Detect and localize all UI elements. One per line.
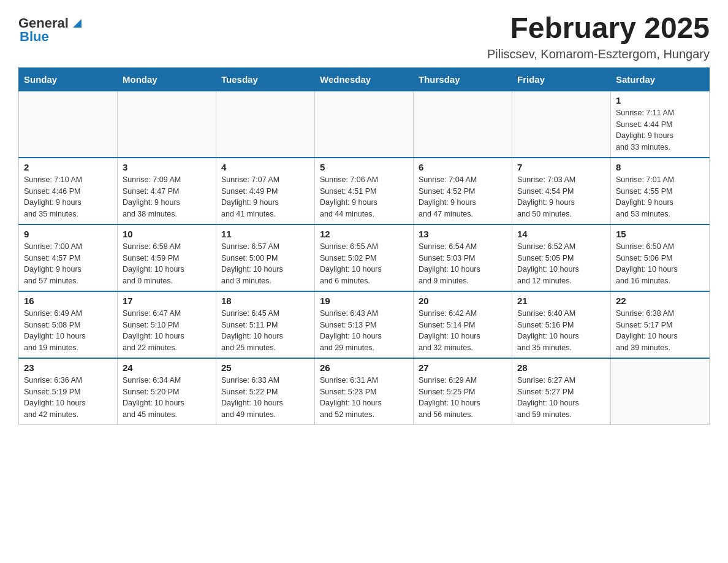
calendar-day-cell: 21Sunrise: 6:40 AM Sunset: 5:16 PM Dayli… [512, 291, 611, 358]
calendar-day-cell: 13Sunrise: 6:54 AM Sunset: 5:03 PM Dayli… [414, 224, 512, 291]
svg-marker-0 [73, 19, 82, 28]
day-info: Sunrise: 6:31 AM Sunset: 5:23 PM Dayligh… [320, 375, 408, 421]
day-info: Sunrise: 6:33 AM Sunset: 5:22 PM Dayligh… [221, 375, 309, 421]
day-number: 15 [616, 229, 704, 239]
day-number: 27 [419, 362, 507, 373]
day-info: Sunrise: 6:57 AM Sunset: 5:00 PM Dayligh… [221, 241, 309, 287]
day-number: 9 [24, 229, 112, 239]
day-number: 18 [221, 296, 309, 306]
day-info: Sunrise: 7:01 AM Sunset: 4:55 PM Dayligh… [616, 174, 704, 220]
day-number: 11 [221, 229, 309, 239]
calendar-day-cell [315, 91, 414, 158]
day-number: 1 [616, 95, 704, 105]
calendar-day-cell: 11Sunrise: 6:57 AM Sunset: 5:00 PM Dayli… [216, 224, 315, 291]
calendar-day-cell: 20Sunrise: 6:42 AM Sunset: 5:14 PM Dayli… [414, 291, 512, 358]
day-number: 20 [419, 296, 507, 306]
calendar-day-cell [19, 91, 118, 158]
day-info: Sunrise: 7:11 AM Sunset: 4:44 PM Dayligh… [616, 107, 704, 153]
day-info: Sunrise: 7:04 AM Sunset: 4:52 PM Dayligh… [419, 174, 507, 220]
day-info: Sunrise: 7:03 AM Sunset: 4:54 PM Dayligh… [517, 174, 605, 220]
day-number: 4 [221, 162, 309, 172]
calendar-day-cell: 19Sunrise: 6:43 AM Sunset: 5:13 PM Dayli… [315, 291, 414, 358]
weekday-header-row: SundayMondayTuesdayWednesdayThursdayFrid… [19, 67, 710, 91]
calendar-day-cell: 26Sunrise: 6:31 AM Sunset: 5:23 PM Dayli… [315, 358, 414, 425]
calendar-day-cell: 28Sunrise: 6:27 AM Sunset: 5:27 PM Dayli… [512, 358, 611, 425]
day-info: Sunrise: 7:06 AM Sunset: 4:51 PM Dayligh… [320, 174, 408, 220]
day-info: Sunrise: 6:34 AM Sunset: 5:20 PM Dayligh… [123, 375, 211, 421]
day-info: Sunrise: 6:52 AM Sunset: 5:05 PM Dayligh… [517, 241, 605, 287]
weekday-header-friday: Friday [512, 67, 611, 91]
day-info: Sunrise: 6:29 AM Sunset: 5:25 PM Dayligh… [419, 375, 507, 421]
calendar-day-cell: 12Sunrise: 6:55 AM Sunset: 5:02 PM Dayli… [315, 224, 414, 291]
day-number: 16 [24, 296, 112, 306]
day-number: 10 [123, 229, 211, 239]
day-info: Sunrise: 6:49 AM Sunset: 5:08 PM Dayligh… [24, 308, 112, 354]
calendar-day-cell: 24Sunrise: 6:34 AM Sunset: 5:20 PM Dayli… [118, 358, 216, 425]
logo-block: General Blue [18, 15, 84, 45]
day-info: Sunrise: 6:54 AM Sunset: 5:03 PM Dayligh… [419, 241, 507, 287]
calendar-day-cell: 15Sunrise: 6:50 AM Sunset: 5:06 PM Dayli… [611, 224, 710, 291]
day-number: 2 [24, 162, 112, 172]
calendar-day-cell [118, 91, 216, 158]
calendar-day-cell: 7Sunrise: 7:03 AM Sunset: 4:54 PM Daylig… [512, 158, 611, 224]
day-number: 26 [320, 362, 408, 373]
day-number: 22 [616, 296, 704, 306]
day-info: Sunrise: 6:50 AM Sunset: 5:06 PM Dayligh… [616, 241, 704, 287]
calendar-day-cell: 23Sunrise: 6:36 AM Sunset: 5:19 PM Dayli… [19, 358, 118, 425]
day-number: 12 [320, 229, 408, 239]
calendar-subtitle: Piliscsev, Komarom-Esztergom, Hungary [487, 47, 710, 61]
day-info: Sunrise: 7:07 AM Sunset: 4:49 PM Dayligh… [221, 174, 309, 220]
calendar-day-cell: 2Sunrise: 7:10 AM Sunset: 4:46 PM Daylig… [19, 158, 118, 224]
weekday-header-wednesday: Wednesday [315, 67, 414, 91]
day-info: Sunrise: 6:47 AM Sunset: 5:10 PM Dayligh… [123, 308, 211, 354]
calendar-table: SundayMondayTuesdayWednesdayThursdayFrid… [18, 67, 710, 425]
day-number: 6 [419, 162, 507, 172]
logo-blue-text: Blue [20, 29, 49, 45]
day-info: Sunrise: 6:40 AM Sunset: 5:16 PM Dayligh… [517, 308, 605, 354]
calendar-day-cell: 10Sunrise: 6:58 AM Sunset: 4:59 PM Dayli… [118, 224, 216, 291]
calendar-day-cell [512, 91, 611, 158]
day-info: Sunrise: 6:55 AM Sunset: 5:02 PM Dayligh… [320, 241, 408, 287]
calendar-week-row: 1Sunrise: 7:11 AM Sunset: 4:44 PM Daylig… [19, 91, 710, 158]
calendar-day-cell [414, 91, 512, 158]
calendar-day-cell [611, 358, 710, 425]
day-number: 28 [517, 362, 605, 373]
calendar-day-cell: 16Sunrise: 6:49 AM Sunset: 5:08 PM Dayli… [19, 291, 118, 358]
day-info: Sunrise: 6:38 AM Sunset: 5:17 PM Dayligh… [616, 308, 704, 354]
logo-triangle-icon [70, 17, 84, 30]
weekday-header-monday: Monday [118, 67, 216, 91]
weekday-header-saturday: Saturday [611, 67, 710, 91]
day-number: 23 [24, 362, 112, 373]
day-info: Sunrise: 7:10 AM Sunset: 4:46 PM Dayligh… [24, 174, 112, 220]
day-number: 19 [320, 296, 408, 306]
weekday-header-tuesday: Tuesday [216, 67, 315, 91]
calendar-week-row: 2Sunrise: 7:10 AM Sunset: 4:46 PM Daylig… [19, 158, 710, 224]
day-info: Sunrise: 6:42 AM Sunset: 5:14 PM Dayligh… [419, 308, 507, 354]
calendar-day-cell [216, 91, 315, 158]
calendar-day-cell: 4Sunrise: 7:07 AM Sunset: 4:49 PM Daylig… [216, 158, 315, 224]
day-info: Sunrise: 6:58 AM Sunset: 4:59 PM Dayligh… [123, 241, 211, 287]
calendar-week-row: 9Sunrise: 7:00 AM Sunset: 4:57 PM Daylig… [19, 224, 710, 291]
day-number: 25 [221, 362, 309, 373]
day-info: Sunrise: 6:27 AM Sunset: 5:27 PM Dayligh… [517, 375, 605, 421]
calendar-day-cell: 17Sunrise: 6:47 AM Sunset: 5:10 PM Dayli… [118, 291, 216, 358]
calendar-day-cell: 25Sunrise: 6:33 AM Sunset: 5:22 PM Dayli… [216, 358, 315, 425]
title-block: February 2025 Piliscsev, Komarom-Eszterg… [487, 12, 710, 61]
day-number: 17 [123, 296, 211, 306]
calendar-day-cell: 5Sunrise: 7:06 AM Sunset: 4:51 PM Daylig… [315, 158, 414, 224]
calendar-day-cell: 22Sunrise: 6:38 AM Sunset: 5:17 PM Dayli… [611, 291, 710, 358]
day-number: 21 [517, 296, 605, 306]
calendar-day-cell: 1Sunrise: 7:11 AM Sunset: 4:44 PM Daylig… [611, 91, 710, 158]
day-number: 8 [616, 162, 704, 172]
day-number: 7 [517, 162, 605, 172]
day-number: 5 [320, 162, 408, 172]
day-number: 24 [123, 362, 211, 373]
calendar-day-cell: 8Sunrise: 7:01 AM Sunset: 4:55 PM Daylig… [611, 158, 710, 224]
day-info: Sunrise: 7:09 AM Sunset: 4:47 PM Dayligh… [123, 174, 211, 220]
calendar-title: February 2025 [487, 12, 710, 45]
calendar-day-cell: 9Sunrise: 7:00 AM Sunset: 4:57 PM Daylig… [19, 224, 118, 291]
calendar-week-row: 23Sunrise: 6:36 AM Sunset: 5:19 PM Dayli… [19, 358, 710, 425]
day-number: 13 [419, 229, 507, 239]
calendar-day-cell: 6Sunrise: 7:04 AM Sunset: 4:52 PM Daylig… [414, 158, 512, 224]
day-number: 3 [123, 162, 211, 172]
